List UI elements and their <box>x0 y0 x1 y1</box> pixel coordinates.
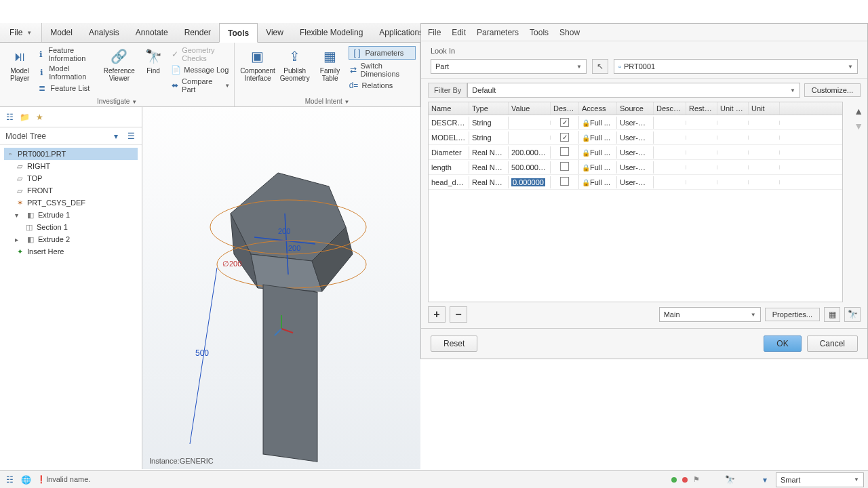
reference-viewer-button[interactable]: 🔗 Reference Viewer <box>102 45 136 104</box>
col-unit[interactable]: Unit <box>749 102 780 115</box>
col-source[interactable]: Source <box>617 102 654 115</box>
find-button[interactable]: 🔭 Find <box>138 45 169 104</box>
col-unitq[interactable]: Unit Q... <box>717 102 749 115</box>
3d-viewport[interactable]: 200 200 500 ∅200 Instance:GENERIC <box>142 107 420 469</box>
properties-button[interactable]: Properties... <box>765 308 820 321</box>
settings-icon[interactable]: ☰ <box>125 131 136 142</box>
lock-icon: 🔒 <box>582 164 590 171</box>
parameters-button[interactable]: [ ]Parameters <box>349 46 416 60</box>
svg-text:200: 200 <box>288 244 300 252</box>
table-row[interactable]: head_de...Real Num...0.000000🔒Full ...Us… <box>429 175 842 190</box>
svg-rect-10 <box>263 285 317 462</box>
tree-extrude1[interactable]: ▾◧Extrude 1 <box>14 209 138 221</box>
tree-plane-right[interactable]: ▱RIGHT <box>14 160 138 172</box>
move-down-button[interactable]: ▼ <box>854 121 863 131</box>
checkbox[interactable] <box>560 162 569 171</box>
status-bar: ☷ 🌐 ❗Invalid name. ⚑ 🔭 ▾ Smart▼ <box>0 470 868 488</box>
tab-flexible-modeling[interactable]: Flexible Modeling <box>292 23 371 42</box>
expand-icon: ▸ <box>15 236 23 243</box>
dlg-menu-edit[interactable]: Edit <box>452 28 466 37</box>
globe-icon[interactable]: 🌐 <box>20 474 31 485</box>
dlg-menu-file[interactable]: File <box>428 28 441 37</box>
col-value[interactable]: Value <box>509 102 551 115</box>
dlg-menu-tools[interactable]: Tools <box>530 28 549 37</box>
tab-annotate[interactable]: Annotate <box>127 23 176 42</box>
check-icon: ✓ <box>170 49 179 60</box>
tab-model[interactable]: Model <box>42 23 81 42</box>
selection-filter-combo[interactable]: Smart▼ <box>776 472 864 487</box>
geometry-checks-button[interactable]: ✓Geometry Checks <box>170 46 230 62</box>
group-investigate-label: Investigate ▼ <box>0 98 234 105</box>
filter-icon[interactable]: ▾ <box>111 131 121 142</box>
binoculars-icon[interactable]: 🔭 <box>724 474 735 485</box>
tree-icon[interactable]: ☷ <box>4 112 15 123</box>
message-log-button[interactable]: 📄Message Log <box>170 64 230 75</box>
table-row[interactable]: lengthReal Num...500.0000...🔒Full ...Use… <box>429 160 842 175</box>
status-red-icon <box>682 477 688 483</box>
folder-icon[interactable]: 📁 <box>19 112 30 123</box>
relations-button[interactable]: d=Relations <box>349 80 416 91</box>
lookin-label: Look In <box>431 47 858 55</box>
tree-icon[interactable]: ☷ <box>4 474 15 485</box>
checkbox[interactable] <box>560 147 569 156</box>
tab-view[interactable]: View <box>258 23 292 42</box>
tree-section1[interactable]: ◫Section 1 <box>23 221 138 233</box>
extrude-icon: ◧ <box>26 210 35 220</box>
feature-info-button[interactable]: ℹFeature Information <box>37 46 100 62</box>
tree-csys[interactable]: ✶PRT_CSYS_DEF <box>14 197 138 209</box>
table-row[interactable]: DiameterReal Num...200.0000...🔒Full ...U… <box>429 145 842 160</box>
tree-root[interactable]: ▫PRT0001.PRT <box>4 148 138 160</box>
filter-status-icon[interactable]: ▾ <box>760 474 770 485</box>
compare-icon: ⬌ <box>170 80 179 91</box>
tab-analysis[interactable]: Analysis <box>81 23 127 42</box>
status-green-icon <box>671 477 677 483</box>
table-row[interactable]: DESCRIP...String🔒Full ...User-Defi... <box>429 115 842 130</box>
dlg-menu-show[interactable]: Show <box>559 28 580 37</box>
checkbox[interactable] <box>560 177 569 186</box>
checkbox[interactable] <box>560 133 569 142</box>
plane-icon: ▱ <box>15 174 24 183</box>
tree-extrude2[interactable]: ▸◧Extrude 2 <box>14 233 138 245</box>
feature-list-button[interactable]: ≣Feature List <box>37 83 100 94</box>
dlg-menu-parameters[interactable]: Parameters <box>477 28 519 37</box>
component-interface-button[interactable]: ▣ Component Interface <box>239 45 277 104</box>
tree-insert-here[interactable]: ✦Insert Here <box>14 245 138 258</box>
lookin-type-combo[interactable]: Part▼ <box>431 59 587 74</box>
star-icon[interactable]: ★ <box>34 112 45 123</box>
customize-button[interactable]: Customize... <box>804 83 861 97</box>
col-name[interactable]: Name <box>429 102 469 115</box>
log-icon: 📄 <box>170 64 181 75</box>
move-up-button[interactable]: ▲ <box>854 106 863 117</box>
model-player-button[interactable]: ⏯ Model Player <box>4 45 35 104</box>
flag-icon[interactable]: ⚑ <box>693 475 700 484</box>
table-row[interactable]: MODELE...String🔒Full ...User-Defi... <box>429 130 842 145</box>
reset-button[interactable]: Reset <box>431 336 477 352</box>
compare-part-button[interactable]: ⬌Compare Part▼ <box>170 77 230 94</box>
table-view-icon[interactable]: ▦ <box>824 307 840 322</box>
filter-combo[interactable]: Default▼ <box>467 83 800 98</box>
remove-param-button[interactable]: − <box>450 306 467 323</box>
add-param-button[interactable]: + <box>428 306 446 323</box>
file-menu[interactable]: File▼ <box>0 23 42 42</box>
col-description[interactable]: Descri... <box>654 102 686 115</box>
cancel-button[interactable]: Cancel <box>807 336 858 352</box>
model-info-button[interactable]: ℹModel Information <box>37 64 100 81</box>
switch-dimensions-button[interactable]: ⇄Switch Dimensions <box>349 62 416 78</box>
publish-geometry-button[interactable]: ⇪ Publish Geometry <box>278 45 312 104</box>
lookin-name-combo[interactable]: ▫PRT0001▼ <box>614 59 858 74</box>
tab-tools[interactable]: Tools <box>219 23 258 43</box>
tree-plane-front[interactable]: ▱FRONT <box>14 184 138 197</box>
checkbox[interactable] <box>560 118 569 127</box>
col-restrict[interactable]: Restri... <box>686 102 717 115</box>
col-access[interactable]: Access <box>579 102 617 115</box>
ribbon: ⏯ Model Player ℹFeature Information ℹMod… <box>0 43 420 107</box>
tree-plane-top[interactable]: ▱TOP <box>14 172 138 184</box>
select-icon-button[interactable]: ↖ <box>592 59 608 74</box>
col-designate[interactable]: Desig... <box>551 102 579 115</box>
tab-render[interactable]: Render <box>176 23 219 42</box>
main-combo[interactable]: Main▼ <box>659 307 761 322</box>
family-table-button[interactable]: ▦ Family Table <box>313 45 347 104</box>
col-type[interactable]: Type <box>469 102 509 115</box>
ok-button[interactable]: OK <box>764 336 801 352</box>
binoculars-icon[interactable]: 🔭 <box>844 307 861 322</box>
